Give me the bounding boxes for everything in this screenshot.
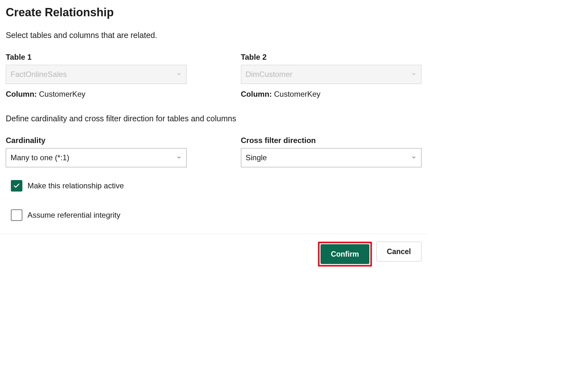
- cancel-button[interactable]: Cancel: [376, 242, 421, 261]
- table1-select[interactable]: FactOnlineSales: [6, 65, 187, 84]
- dialog-subtitle: Select tables and columns that are relat…: [6, 31, 421, 40]
- table2-column-prefix: Column:: [241, 90, 272, 98]
- table1-value: FactOnlineSales: [11, 70, 67, 79]
- table1-column-prefix: Column:: [6, 90, 37, 98]
- integrity-checkbox-label: Assume referential integrity: [27, 211, 120, 220]
- table2-label: Table 2: [241, 53, 422, 62]
- table1-column: Column: CustomerKey: [6, 90, 187, 99]
- crossfilter-label: Cross filter direction: [241, 136, 422, 145]
- table2-column: Column: CustomerKey: [241, 90, 422, 99]
- tables-row: Table 1 FactOnlineSales Column: Customer…: [6, 53, 421, 99]
- confirm-button[interactable]: Confirm: [321, 244, 369, 264]
- active-checkbox[interactable]: [11, 180, 22, 192]
- chevron-down-icon: [411, 153, 417, 162]
- table1-group: Table 1 FactOnlineSales Column: Customer…: [6, 53, 187, 99]
- crossfilter-group: Cross filter direction Single: [241, 136, 422, 167]
- crossfilter-select[interactable]: Single: [241, 148, 422, 167]
- table2-value: DimCustomer: [246, 70, 293, 79]
- confirm-highlight: Confirm: [318, 242, 372, 267]
- table1-column-value: CustomerKey: [39, 90, 85, 98]
- chevron-down-icon: [176, 70, 182, 79]
- cardinality-group: Cardinality Many to one (*:1): [6, 136, 187, 167]
- integrity-checkbox[interactable]: [11, 209, 22, 221]
- active-checkbox-label: Make this relationship active: [27, 181, 124, 190]
- chevron-down-icon: [411, 70, 417, 79]
- crossfilter-value: Single: [246, 153, 267, 162]
- active-checkbox-row: Make this relationship active: [11, 180, 421, 192]
- integrity-checkbox-row: Assume referential integrity: [11, 209, 421, 221]
- cardinality-value: Many to one (*:1): [11, 153, 69, 162]
- table2-select[interactable]: DimCustomer: [241, 65, 422, 84]
- dialog-title: Create Relationship: [6, 6, 421, 19]
- check-icon: [13, 182, 20, 189]
- table1-label: Table 1: [6, 53, 187, 62]
- table2-group: Table 2 DimCustomer Column: CustomerKey: [241, 53, 422, 99]
- cardinality-label: Cardinality: [6, 136, 187, 145]
- dialog-footer: Confirm Cancel: [6, 234, 421, 274]
- cardinality-description: Define cardinality and cross filter dire…: [6, 114, 421, 123]
- cardinality-select[interactable]: Many to one (*:1): [6, 148, 187, 167]
- cardinality-row: Cardinality Many to one (*:1) Cross filt…: [6, 136, 421, 167]
- chevron-down-icon: [176, 153, 182, 162]
- table2-column-value: CustomerKey: [274, 90, 320, 98]
